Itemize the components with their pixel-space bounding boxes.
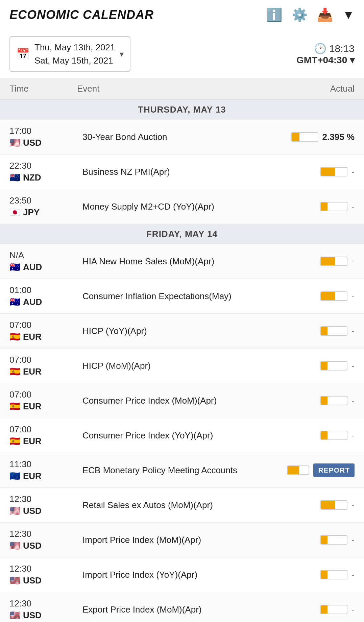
country-flag: 🇪🇸 — [9, 332, 20, 342]
table-row[interactable]: 12:30🇺🇸USDImport Price Index (MoM)(Apr)- — [0, 523, 364, 557]
impact-indicator — [320, 291, 347, 301]
currency-row: 🇳🇿NZD — [9, 172, 77, 183]
impact-indicator — [320, 167, 347, 176]
event-name: HICP (YoY)(Apr) — [77, 325, 287, 337]
currency-code: EUR — [23, 436, 42, 447]
table-row[interactable]: N/A🇦🇺AUDHIA New Home Sales (MoM)(Apr)- — [0, 244, 364, 279]
currency-code: NZD — [23, 172, 41, 183]
header-icon-group: ℹ️ ⚙️ 📥 ▼ — [266, 7, 355, 22]
table-row[interactable]: 01:00🇦🇺AUDConsumer Inflation Expectation… — [0, 279, 364, 314]
report-badge[interactable]: REPORT — [313, 463, 355, 477]
date-time-bar: 📅 Thu, May 13th, 2021 Sat, May 15th, 202… — [0, 30, 364, 78]
table-row[interactable]: 07:00🇪🇸EURHICP (YoY)(Apr)- — [0, 314, 364, 349]
date-from: Thu, May 13th, 2021 — [34, 41, 115, 54]
actual-area: - — [287, 604, 355, 615]
currency-code: USD — [23, 610, 42, 621]
currency-row: 🇪🇸EUR — [9, 401, 77, 412]
event-name: 30-Year Bond Auction — [77, 131, 287, 143]
actual-dash: - — [351, 167, 355, 177]
country-flag: 🇪🇸 — [9, 366, 20, 377]
date-range-text: Thu, May 13th, 2021 Sat, May 15th, 2021 — [34, 41, 115, 67]
download-icon[interactable]: 📥 — [317, 7, 333, 22]
timezone-selector[interactable]: 🕑 18:13 GMT+04:30 ▾ — [296, 43, 355, 66]
currency-code: USD — [23, 138, 42, 148]
actual-dash: - — [351, 326, 355, 336]
currency-row: 🇪🇺EUR — [9, 471, 77, 481]
event-name: Money Supply M2+CD (YoY)(Apr) — [77, 200, 287, 213]
actual-dash: - — [351, 430, 355, 441]
country-flag: 🇦🇺 — [9, 297, 20, 307]
time-currency-cell: 01:00🇦🇺AUD — [9, 285, 77, 307]
actual-area: - — [287, 396, 355, 406]
time-currency-cell: 11:30🇪🇺EUR — [9, 459, 77, 481]
impact-indicator — [320, 605, 347, 614]
date-range-selector[interactable]: 📅 Thu, May 13th, 2021 Sat, May 15th, 202… — [9, 36, 130, 72]
actual-dash: - — [351, 570, 355, 580]
impact-indicator — [320, 202, 347, 211]
time-currency-cell: 17:00🇺🇸USD — [9, 126, 77, 148]
actual-area: - — [287, 500, 355, 510]
table-row[interactable]: 07:00🇪🇸EURConsumer Price Index (MoM)(Apr… — [0, 383, 364, 418]
currency-code: AUD — [23, 262, 42, 272]
actual-area: - — [287, 430, 355, 441]
impact-indicator — [320, 326, 347, 336]
actual-dash: - — [351, 256, 355, 267]
event-time: 12:30 — [9, 598, 77, 609]
table-row[interactable]: 12:30🇺🇸USDImport Price Index (YoY)(Apr)- — [0, 557, 364, 592]
currency-code: AUD — [23, 297, 42, 307]
time-currency-cell: 12:30🇺🇸USD — [9, 494, 77, 516]
impact-indicator — [320, 431, 347, 440]
country-flag: 🇦🇺 — [9, 262, 20, 272]
table-row[interactable]: 22:30🇳🇿NZDBusiness NZ PMI(Apr)- — [0, 154, 364, 189]
filter-icon[interactable]: ▼ — [342, 8, 355, 22]
table-row[interactable]: 07:00🇪🇸EURHICP (MoM)(Apr)- — [0, 349, 364, 383]
event-time: 17:00 — [9, 126, 77, 136]
time-currency-cell: 07:00🇪🇸EUR — [9, 424, 77, 447]
table-row[interactable]: 07:00🇪🇸EURConsumer Price Index (YoY)(Apr… — [0, 418, 364, 453]
country-flag: 🇪🇸 — [9, 401, 20, 412]
actual-dash: - — [351, 201, 355, 212]
table-row[interactable]: 23:50🇯🇵JPYMoney Supply M2+CD (YoY)(Apr)- — [0, 189, 364, 224]
country-flag: 🇺🇸 — [9, 610, 20, 621]
info-icon[interactable]: ℹ️ — [266, 7, 282, 22]
currency-row: 🇯🇵JPY — [9, 207, 77, 218]
table-row[interactable]: 12:30🇺🇸USDExport Price Index (MoM)(Apr)- — [0, 592, 364, 622]
impact-indicator — [320, 500, 347, 510]
actual-area: REPORT — [287, 463, 355, 477]
event-time: 11:30 — [9, 459, 77, 470]
actual-value: 2.395 % — [322, 132, 355, 142]
event-time: 07:00 — [9, 355, 77, 365]
header: ECONOMIC CALENDAR ℹ️ ⚙️ 📥 ▼ — [0, 0, 364, 30]
current-time: 🕑 18:13 — [296, 43, 355, 54]
actual-area: - — [287, 326, 355, 336]
currency-row: 🇪🇸EUR — [9, 332, 77, 342]
actual-dash: - — [351, 361, 355, 371]
settings-icon[interactable]: ⚙️ — [292, 7, 308, 22]
event-name: Consumer Price Index (MoM)(Apr) — [77, 394, 287, 407]
actual-area: - — [287, 201, 355, 212]
actual-area: - — [287, 256, 355, 267]
actual-dash: - — [351, 604, 355, 615]
actual-area: - — [287, 167, 355, 177]
actual-area: 2.395 % — [287, 132, 355, 142]
country-flag: 🇪🇸 — [9, 436, 20, 447]
time-currency-cell: 07:00🇪🇸EUR — [9, 389, 77, 412]
table-row[interactable]: 12:30🇺🇸USDRetail Sales ex Autos (MoM)(Ap… — [0, 488, 364, 523]
time-currency-cell: 23:50🇯🇵JPY — [9, 195, 77, 218]
calendar-content: THURSDAY, MAY 1317:00🇺🇸USD30-Year Bond A… — [0, 100, 364, 622]
calendar-icon: 📅 — [16, 48, 30, 61]
app-title: ECONOMIC CALENDAR — [9, 8, 154, 22]
timezone-label: GMT+04:30 ▾ — [296, 54, 355, 66]
event-name: Retail Sales ex Autos (MoM)(Apr) — [77, 499, 287, 511]
currency-code: EUR — [23, 332, 42, 342]
col-event: Event — [77, 83, 300, 94]
actual-area: - — [287, 361, 355, 371]
actual-area: - — [287, 291, 355, 302]
impact-indicator — [291, 132, 318, 142]
col-actual: Actual — [300, 83, 355, 94]
event-time: 23:50 — [9, 195, 77, 206]
table-row[interactable]: 17:00🇺🇸USD30-Year Bond Auction2.395 % — [0, 120, 364, 154]
event-time: 07:00 — [9, 320, 77, 330]
event-name: Consumer Inflation Expectations(May) — [77, 290, 287, 302]
table-row[interactable]: 11:30🇪🇺EURECB Monetary Policy Meeting Ac… — [0, 453, 364, 488]
